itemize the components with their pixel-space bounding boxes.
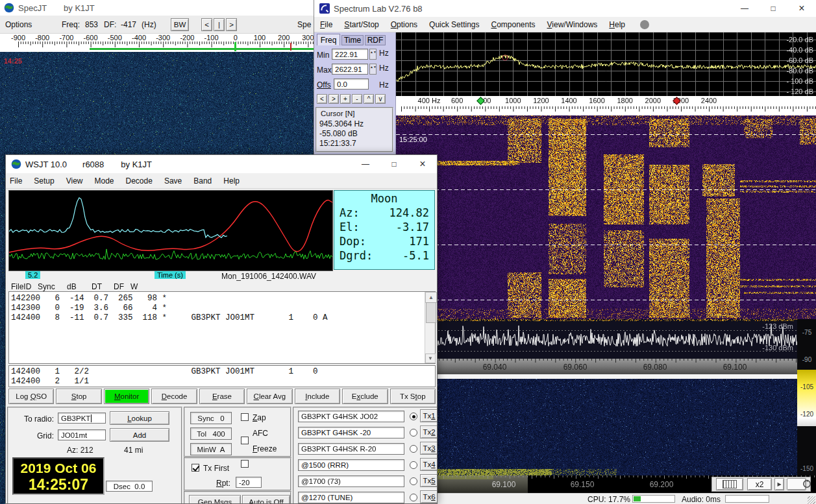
strip-spectrum[interactable] (396, 319, 797, 359)
menu-setup[interactable]: Setup (28, 176, 60, 186)
afc-label[interactable]: AFC (253, 429, 268, 438)
scrollbar-thumb[interactable] (426, 302, 436, 323)
shift-down-button[interactable]: v (375, 94, 386, 104)
average-decode-area[interactable]: 142400 1 2/2 GB3PKT JO01MT 1 0142400 2 1… (8, 365, 436, 387)
spectrum-lab-titlebar[interactable]: Spectrum Lab V2.76 b8 — □ × (314, 0, 816, 17)
clear-avg-button[interactable]: Clear Avg (247, 389, 292, 404)
tx-first-label[interactable]: Tx First (203, 464, 229, 473)
monitor-button[interactable]: Monitor (104, 389, 149, 404)
wsjt-titlebar[interactable]: WSJT 10.0 r6088 by K1JT — □ × (6, 155, 437, 173)
zoom-out-button[interactable]: - (352, 94, 362, 104)
tab-time[interactable]: Time (341, 35, 364, 45)
signal-graph[interactable] (8, 190, 333, 271)
offs-label[interactable]: Offs (317, 80, 331, 90)
shift-up-button[interactable]: ^ (364, 94, 374, 104)
tx3-radio[interactable] (410, 445, 417, 453)
tx5-button[interactable]: Tx5 (420, 474, 438, 487)
blue-waterfall[interactable] (396, 379, 797, 475)
tx1-radio[interactable] (410, 413, 417, 420)
menu-file[interactable]: File (6, 176, 28, 186)
include-button[interactable]: Include (295, 389, 340, 404)
tx-stop-button[interactable]: Tx Stop (390, 389, 436, 404)
tab-freq[interactable]: Freq (317, 34, 340, 45)
max-spinner[interactable]: ▲▼ (369, 64, 377, 75)
min-freq-input[interactable]: 222.91 (332, 49, 368, 60)
close-icon[interactable]: × (787, 0, 816, 17)
menu-start-stop[interactable]: Start/Stop (338, 20, 384, 29)
erase-button[interactable]: Erase (199, 389, 245, 404)
scroll-up-icon[interactable]: ▲ (425, 292, 437, 303)
resize-grip[interactable] (808, 496, 815, 504)
decode-line[interactable]: 142400 8 -11 0.7 335 118 * GB3PKT JO01MT… (11, 313, 435, 323)
menu-help[interactable]: Help (217, 176, 245, 186)
rpt-input[interactable]: -20 (236, 477, 262, 488)
specjt-options-menu[interactable]: Options (5, 20, 32, 29)
nav-center-button[interactable]: | (214, 18, 225, 31)
log-qso-button[interactable]: Log QSO (8, 389, 54, 404)
tx5-message-input[interactable]: @1700 (73) (298, 475, 404, 487)
zoom-x2-button[interactable]: x2 (747, 478, 772, 490)
close-icon[interactable]: × (408, 155, 437, 173)
tx4-message-input[interactable]: @1500 (RRR) (298, 459, 404, 471)
decode-button[interactable]: Decode (151, 389, 197, 404)
menu-mode[interactable]: Mode (89, 176, 120, 186)
decode-text-area[interactable]: 142200 6 -14 0.7 265 98 *142300 0 -19 3.… (8, 291, 436, 364)
spectrum-graph[interactable] (396, 32, 816, 96)
menu-help[interactable]: Help (603, 20, 631, 29)
keyboard-button[interactable] (716, 478, 743, 490)
tab-rdf[interactable]: RDF (365, 35, 386, 45)
cycle-button[interactable] (787, 478, 806, 490)
minimize-icon[interactable]: — (351, 155, 380, 173)
specjt-titlebar[interactable]: SpecJT by K1JT (0, 0, 326, 16)
lookup-button[interactable]: Lookup (110, 411, 169, 425)
tx6-radio[interactable] (410, 494, 417, 501)
tol-box[interactable]: Tol 400 (190, 427, 232, 440)
zoom-in-button[interactable]: + (340, 94, 351, 104)
menu-save[interactable]: Save (158, 176, 188, 186)
minimize-icon[interactable]: — (730, 0, 759, 17)
tx2-button[interactable]: Tx2 (420, 426, 438, 438)
tx4-button[interactable]: Tx4 (420, 458, 438, 471)
avg-decode-line[interactable]: 142400 1 2/2 GB3PKT JO01MT 1 0 (11, 367, 435, 377)
pan-left-button[interactable]: < (317, 94, 327, 104)
afc-checkbox[interactable] (241, 437, 249, 444)
auto-is-off-button[interactable]: Auto is Off (242, 495, 290, 504)
main-waterfall[interactable] (396, 115, 816, 319)
decode-scrollbar[interactable]: ▲ ▼ (425, 292, 435, 363)
decode-line[interactable]: 142200 6 -14 0.7 265 98 * (11, 294, 435, 304)
max-freq-input[interactable]: 2622.91 (332, 64, 368, 75)
to-radio-input[interactable]: GB3PKT (58, 413, 106, 424)
min-spinner[interactable]: ▲▼ (369, 49, 377, 60)
tx4-radio[interactable] (410, 461, 417, 469)
gen-msgs-button[interactable]: Gen Msgs (189, 495, 241, 504)
zap-label[interactable]: Zap (253, 413, 266, 422)
nav-right-button[interactable]: > (226, 18, 237, 31)
tx1-button[interactable]: Tx1 (420, 409, 438, 422)
zap-checkbox[interactable] (241, 413, 249, 421)
offs-input[interactable]: 0.0 (334, 78, 369, 90)
nav-left-button[interactable]: < (201, 18, 212, 31)
frequency-scale-bar[interactable]: 400 Hz6008001000120014001600180020002200… (396, 96, 816, 106)
tx1-message-input[interactable]: GB3PKT G4HSK JO02 (298, 411, 404, 422)
spinner-down-icon[interactable]: ▼ (373, 50, 377, 54)
add-button[interactable]: Add (110, 428, 169, 442)
menu-view-windows[interactable]: View/Windows (541, 20, 604, 29)
tx-first-checkbox[interactable] (192, 464, 199, 472)
maximize-icon[interactable]: □ (759, 0, 787, 17)
decode-line[interactable]: 142300 0 -19 3.6 66 4 * (11, 304, 435, 313)
minw-box[interactable]: MinW A (190, 443, 232, 455)
tx2-radio[interactable] (410, 429, 417, 437)
tx3-message-input[interactable]: GB3PKT G4HSK R-20 (298, 443, 404, 455)
tx2-message-input[interactable]: GB3PKT G4HSK -20 (298, 427, 404, 438)
dsec-field[interactable]: Dsec 0.0 (106, 481, 153, 492)
maximize-icon[interactable]: □ (380, 155, 408, 173)
menu-options[interactable]: Options (385, 20, 423, 29)
menu-decode[interactable]: Decode (120, 176, 158, 186)
menu-file[interactable]: File (314, 20, 338, 29)
stop-button[interactable]: Stop (56, 389, 101, 404)
tx5-radio[interactable] (410, 477, 417, 485)
exclude-button[interactable]: Exclude (342, 389, 388, 404)
menu-view[interactable]: View (60, 176, 89, 186)
menu-quick-settings[interactable]: Quick Settings (423, 20, 485, 29)
tx3-button[interactable]: Tx3 (420, 442, 438, 455)
